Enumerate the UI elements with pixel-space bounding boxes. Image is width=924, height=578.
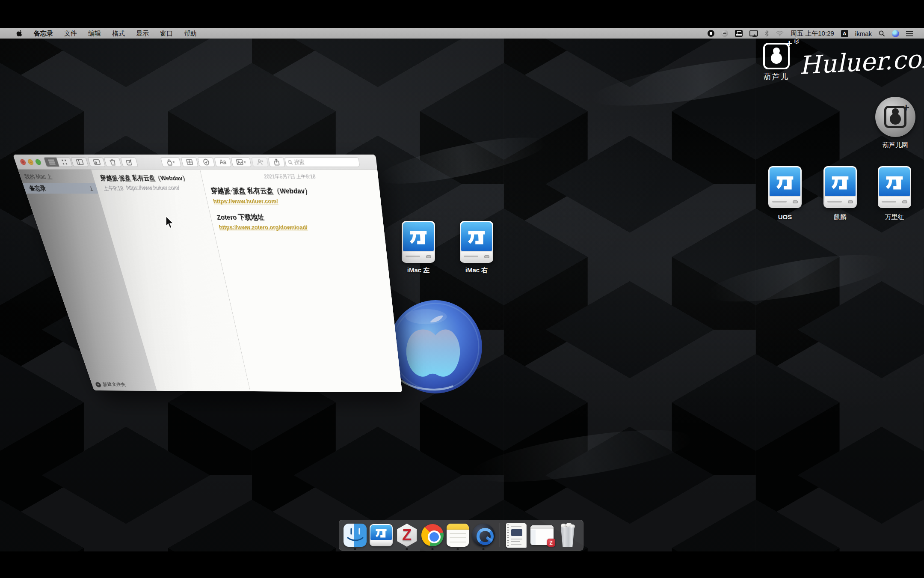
apple-menu[interactable] [16,30,23,37]
screen-mirroring-icon[interactable] [749,30,758,36]
dock-item-zotero-dmg[interactable]: Z [530,523,554,547]
letterbox-bottom [0,551,924,578]
dock-item-trash[interactable] [557,523,579,547]
gourd-icon [769,48,784,65]
menu-format[interactable]: 格式 [112,30,125,38]
folder-button[interactable] [88,157,106,167]
wifi-icon[interactable] [776,31,784,36]
minimize-button[interactable]: − [27,159,34,165]
menu-edit[interactable]: 编辑 [88,30,101,38]
note-item-title: 穿越派·派盘 私有云盘（Webdav） [99,174,197,183]
dock-item-zotero[interactable]: Z [396,523,418,547]
running-indicator [457,548,459,550]
document-stack-icon [506,523,526,547]
creative-cloud-icon[interactable] [721,30,728,37]
sidebar-item-notes[interactable]: 备忘录 1 [23,183,98,194]
dock-item-chrome[interactable] [421,523,443,547]
desktop-icon-huluer-net[interactable] [875,97,915,137]
huluer-logo-icon: + ® [763,43,790,69]
dock-item-notes[interactable] [447,523,469,547]
desktop-icon-disk-wanlihong[interactable] [878,166,911,208]
chuanyuepai-pi-icon [467,227,486,247]
zotero-badge-icon: Z [547,539,555,547]
desktop-icon-disk-imac-right[interactable] [460,221,493,263]
icon-label-uos[interactable]: UOS [755,213,815,220]
siri-icon[interactable] [892,30,899,37]
fast-user-switch[interactable]: ikmak [855,30,872,37]
new-folder-label: 新建文件夹 [102,381,127,388]
watermark-cn-text: 葫芦儿 [761,72,792,82]
desktop-icon-disk-qilin[interactable] [823,166,857,208]
menu-clock[interactable]: 周五 上午10:29 [791,30,834,38]
toggle-folders-sidebar-button[interactable] [71,157,89,167]
running-indicator [431,548,433,550]
trash-full-icon [558,524,577,547]
notes-app-icon [447,524,469,547]
lock-note-button[interactable]: ▾ [160,157,181,167]
registered-mark: ® [794,38,799,45]
menu-bar: 备忘录 文件 编辑 格式 显示 窗口 帮助 周五 上午10:29 A ikmak [0,28,924,39]
dock-item-chuanyuepai[interactable] [370,523,393,547]
checklist-button[interactable] [198,157,215,167]
search-field[interactable] [284,157,360,167]
input-source-icon[interactable]: A [841,30,848,37]
table-button[interactable] [181,157,198,167]
desktop-icon-disk-imac-left[interactable] [402,221,435,263]
close-button[interactable]: × [19,159,27,165]
icon-label-huluer-net[interactable]: 葫芦儿网 [865,141,924,149]
note-list-item[interactable]: 穿越派·派盘 私有云盘（Webdav） 上午9:18 https://www.h… [91,170,206,197]
menu-window[interactable]: 窗口 [160,30,173,38]
stop-recording-icon[interactable] [708,30,714,37]
icon-label-wanlihong[interactable]: 万里红 [865,213,924,221]
dock-item-document-stack[interactable] [505,523,527,547]
gallery-view-button[interactable] [56,157,73,167]
chevron-down-icon: ▾ [243,160,246,165]
chuanyuepai-pi-icon [775,172,795,192]
delete-note-button[interactable] [104,157,121,167]
chuanyuepai-drive-icon [370,524,393,546]
menu-file[interactable]: 文件 [64,30,77,38]
disk-band [403,252,434,262]
zoom-button[interactable] [35,159,41,165]
blue-apple-sphere [388,300,483,394]
share-button[interactable] [268,157,285,167]
watermark: + ® 葫芦儿 Huluer.com [761,43,924,82]
icon-label-imac-right[interactable]: iMac 右 [447,266,506,274]
notes-toolbar: × − ▾ [13,155,377,170]
chrome-icon [421,524,444,546]
watermark-brand: Huluer.com [798,43,924,86]
media-button[interactable]: ▾ [231,157,252,167]
disk-band [770,197,800,207]
desktop-icon-disk-uos[interactable] [768,166,802,208]
dock-separator [500,523,500,547]
sidebar-section-header: 我的 Mac 上 [18,170,95,183]
chuanyuepai-pi-icon [409,227,428,247]
icon-label-imac-left[interactable]: iMac 左 [388,266,448,274]
bluetooth-icon[interactable] [765,30,769,37]
note-item-time: 上午9:18 [102,185,124,193]
search-icon [288,159,293,165]
mouse-cursor [165,216,175,231]
add-people-button[interactable] [251,157,268,167]
letterbox-top [0,0,924,28]
menu-app-name[interactable]: 备忘录 [34,30,53,38]
disk-band [825,197,856,207]
note-link-huluer[interactable]: https://www.huluer.com/ [213,198,279,205]
chuanyuepai-status-icon[interactable] [735,30,743,37]
menu-help[interactable]: 帮助 [184,30,197,38]
chevron-down-icon: ▾ [172,160,175,165]
spotlight-icon[interactable] [879,30,885,37]
menu-view[interactable]: 显示 [136,30,149,38]
new-folder-button[interactable]: + 新建文件夹 [95,381,127,388]
notification-center-icon[interactable] [906,31,913,36]
dock-item-finder[interactable] [344,523,367,547]
plus-mark: + [786,39,792,49]
dock-item-quicktime[interactable] [472,523,495,547]
new-note-button[interactable] [120,157,138,167]
format-text-button[interactable]: Aa [214,157,231,167]
icon-label-qilin[interactable]: 麒麟 [810,213,870,221]
search-input[interactable] [293,158,357,165]
running-indicator [406,548,408,550]
running-indicator [354,548,356,550]
note-link-zotero[interactable]: https://www.zotero.org/download/ [218,224,308,231]
